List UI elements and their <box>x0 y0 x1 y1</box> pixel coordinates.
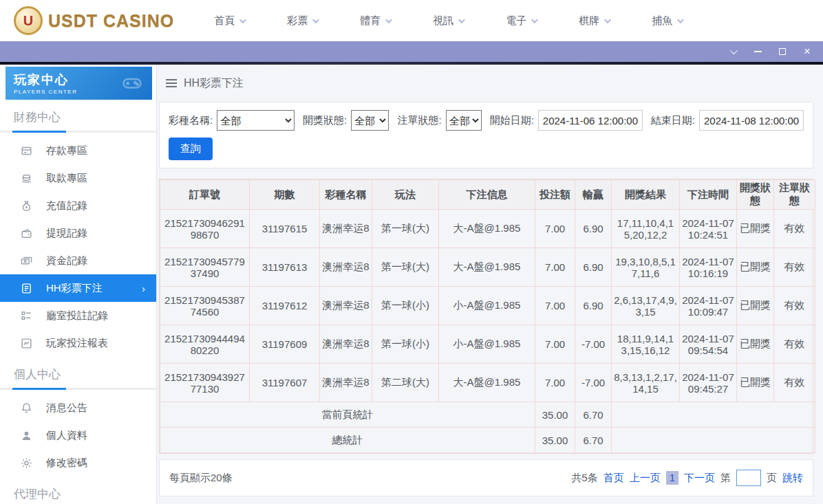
cell-bet-amount: 7.00 <box>535 287 575 325</box>
sidebar: 玩家中心 PLAYERS CENTER 財務中心 存款專區 取款專區 充值記錄 <box>0 65 157 504</box>
cell-order-status: 有效 <box>774 210 815 248</box>
sidebar-item-change-password[interactable]: 修改密碼 <box>0 449 156 476</box>
sidebar-item-label: 修改密碼 <box>46 457 87 470</box>
cell-play-type: 第一球(大) <box>372 210 439 248</box>
nav-label: 棋牌 <box>579 14 599 28</box>
jump-link[interactable]: 跳转 <box>782 472 803 485</box>
sidebar-item-withdrawal-record[interactable]: 提現記錄 <box>0 219 156 247</box>
cell-bet-amount: 7.00 <box>535 210 575 248</box>
nav-item-sports[interactable]: 體育 <box>360 14 390 28</box>
draw-status-select[interactable]: 全部 <box>351 110 389 131</box>
page-title-bar: HH彩票下注 <box>159 65 813 102</box>
pagination-bar: 每頁顯示20條 共5条 首页 上一页 1 下一页 第 页 跳转 <box>159 459 813 496</box>
col-draw-result: 開獎結果 <box>612 180 680 210</box>
user-icon <box>21 430 32 441</box>
deposit-card-icon <box>21 145 32 157</box>
logo-badge-icon: U <box>14 6 43 35</box>
cell-draw-result: 19,3,10,8,5,17,11,6 <box>612 248 680 287</box>
sidebar-item-withdraw[interactable]: 取款專區 <box>0 164 156 192</box>
chevron-down-icon <box>604 17 611 23</box>
close-icon[interactable]: × <box>802 47 812 56</box>
cell-lottery-name: 澳洲幸运8 <box>320 364 372 402</box>
coins-hand-icon <box>21 173 32 184</box>
cell-play-type: 第一球(小) <box>372 287 439 325</box>
summary-empty <box>612 402 815 428</box>
sidebar-item-hall-bet-record[interactable]: 廳室投註記錄 <box>0 302 156 329</box>
bets-table: 訂單號 期數 彩種名稱 玩法 下注信息 投注額 輸贏 開獎結果 下注時間 開獎狀… <box>160 179 815 453</box>
chevron-right-icon: › <box>142 283 145 294</box>
report-chart-icon <box>21 338 32 349</box>
per-page-text: 每頁顯示20條 <box>169 472 233 485</box>
first-page-link[interactable]: 首页 <box>603 472 624 485</box>
order-status-select[interactable]: 全部 <box>446 110 482 131</box>
sidebar-item-deposit[interactable]: 存款專區 <box>0 137 156 164</box>
sidebar-item-profile[interactable]: 個人資料 <box>0 421 156 449</box>
nav-item-lottery[interactable]: 彩票 <box>287 14 317 28</box>
nav-label: 視訊 <box>433 14 453 28</box>
sidebar-item-label: 充值記錄 <box>46 199 87 212</box>
draw-status-label: 開獎狀態: <box>303 114 347 127</box>
lottery-name-select[interactable]: 全部 <box>217 110 295 131</box>
hamburger-menu-icon[interactable] <box>166 79 177 87</box>
sidebar-item-player-report[interactable]: 玩家投注報表 <box>0 329 156 357</box>
nav-item-cards[interactable]: 棋牌 <box>579 14 609 28</box>
cell-bet-time: 2024-11-07 10:24:51 <box>680 210 737 248</box>
page-title: HH彩票下注 <box>184 76 244 91</box>
summary-winloss-total: 6.70 <box>575 402 612 428</box>
order-status-label: 注單狀態: <box>397 114 441 127</box>
sidebar-item-funds-record[interactable]: 資金記錄 <box>0 247 156 274</box>
sidebar-item-hh-lottery-bets[interactable]: HH彩票下注 › <box>0 274 156 302</box>
cell-lottery-name: 澳洲幸运8 <box>320 325 372 364</box>
chevron-down-icon <box>458 17 465 23</box>
start-date-label: 開始日期: <box>490 114 534 127</box>
cell-bet-time: 2024-11-07 10:16:19 <box>680 248 737 287</box>
col-draw-status: 開獎狀態 <box>737 180 774 210</box>
query-button[interactable]: 查詢 <box>169 138 213 160</box>
next-page-link[interactable]: 下一页 <box>684 472 715 485</box>
nav-item-home[interactable]: 首頁 <box>214 14 244 28</box>
cell-period: 31197607 <box>250 364 320 402</box>
cell-draw-result: 8,3,13,1,2,17,14,15 <box>612 364 680 402</box>
prev-page-link[interactable]: 上一页 <box>630 472 661 485</box>
cell-order-no: 2152173094577937490 <box>160 248 250 287</box>
summary-empty <box>612 428 815 453</box>
money-bag-icon <box>21 200 32 212</box>
logo-text: USDT CASINO <box>48 11 174 31</box>
cell-draw-status: 已開獎 <box>737 364 774 402</box>
cell-draw-status: 已開獎 <box>737 210 774 248</box>
cell-lottery-name: 澳洲幸运8 <box>320 248 372 287</box>
sidebar-item-announcements[interactable]: 消息公告 <box>0 394 156 421</box>
nav-item-live[interactable]: 視訊 <box>433 14 463 28</box>
cell-bet-info: 大-A盤@1.985 <box>439 248 535 287</box>
nav-item-slots[interactable]: 電子 <box>506 14 536 28</box>
cell-period: 31197613 <box>250 248 320 287</box>
minimize-icon[interactable] <box>753 47 762 56</box>
table-row: 215217309453877456031197612澳洲幸运8第一球(小)小-… <box>160 287 815 325</box>
page-number-input[interactable] <box>736 470 761 486</box>
nav-item-fishing[interactable]: 捕魚 <box>652 14 682 28</box>
chevron-down-icon <box>531 17 538 23</box>
sidebar-item-label: 存款專區 <box>46 144 87 157</box>
summary-winloss-total: 6.70 <box>575 428 612 453</box>
wallet-icon <box>21 228 32 239</box>
start-date-input[interactable] <box>538 110 643 131</box>
cell-order-status: 有效 <box>774 325 815 364</box>
bell-icon <box>21 402 32 414</box>
cell-winloss: -7.00 <box>575 364 612 402</box>
col-period: 期數 <box>250 180 320 210</box>
cell-winloss: 6.90 <box>575 210 612 248</box>
jump-prefix-text: 第 <box>720 472 731 485</box>
cell-play-type: 第一球(大) <box>372 248 439 287</box>
sidebar-item-recharge-record[interactable]: 充值記錄 <box>0 192 156 219</box>
maximize-icon[interactable] <box>778 47 787 56</box>
banknotes-icon <box>21 255 32 267</box>
nav-label: 首頁 <box>214 14 235 28</box>
site-logo[interactable]: U USDT CASINO <box>14 6 174 35</box>
gamepad-icon <box>122 72 142 96</box>
summary-label: 總統計 <box>160 428 535 453</box>
chevron-down-icon <box>312 17 319 23</box>
collapse-chevron-icon[interactable] <box>728 47 738 56</box>
cell-bet-amount: 7.00 <box>535 248 575 287</box>
end-date-input[interactable] <box>699 110 804 131</box>
section-title-finance: 財務中心 <box>0 100 156 131</box>
